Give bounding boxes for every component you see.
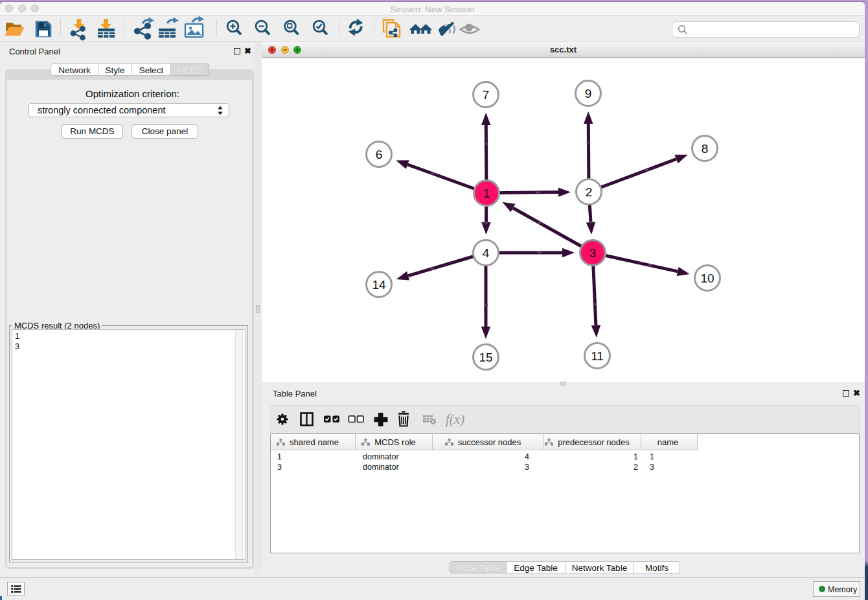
svg-text:7: 7	[483, 88, 490, 102]
svg-text:14: 14	[372, 278, 386, 292]
svg-text:2: 2	[586, 185, 593, 199]
svg-text:f(x): f(x)	[446, 411, 464, 427]
svg-text:15: 15	[479, 351, 492, 364]
svg-text:11: 11	[591, 349, 604, 363]
svg-text:9: 9	[585, 87, 592, 100]
svg-text:10: 10	[700, 271, 714, 285]
svg-text:4: 4	[483, 246, 490, 260]
svg-text:1: 1	[483, 187, 490, 200]
svg-text:8: 8	[702, 142, 709, 156]
svg-text:6: 6	[376, 148, 383, 161]
svg-text:3: 3	[589, 246, 597, 260]
